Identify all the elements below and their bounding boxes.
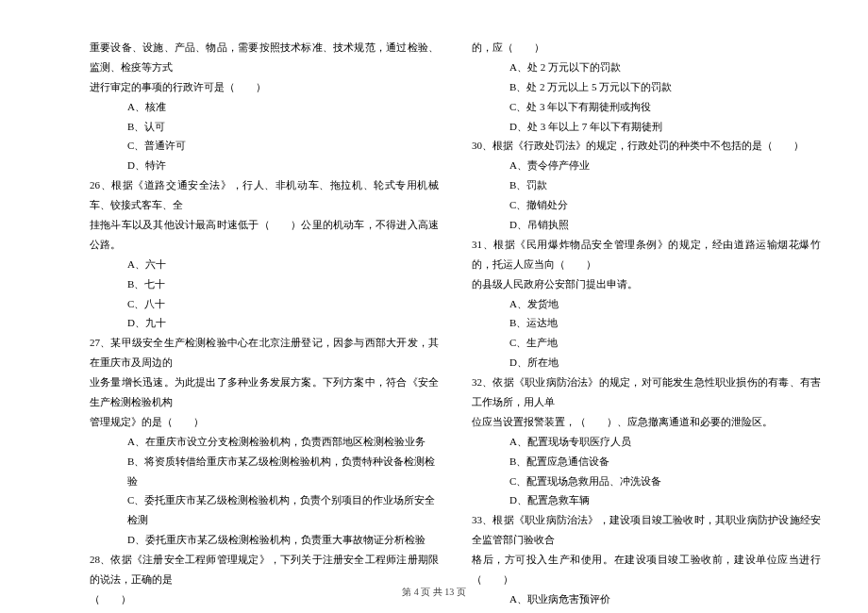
q32-option-c: C、配置现场急救用品、冲洗设备 — [472, 472, 821, 491]
q28-option-a: A、注册有效期为 3 年，自申请注册之日起计算 — [90, 609, 439, 613]
q28-line1: 28、依据《注册安全工程师管理规定》，下列关于注册安全工程师注册期限的说法，正确… — [90, 550, 439, 589]
intro-option-d: D、特许 — [90, 156, 439, 175]
intro-option-c: C、普通许可 — [90, 136, 439, 156]
q30-option-b: B、罚款 — [472, 175, 821, 195]
intro-option-a: A、核准 — [90, 97, 439, 117]
left-column: 重要设备、设施、产品、物品，需要按照技术标准、技术规范，通过检验、监测、检疫等方… — [90, 38, 439, 585]
q26-option-d: D、九十 — [90, 313, 439, 333]
q27-option-c: C、委托重庆市某乙级检测检验机构，负责个别项目的作业场所安全检测 — [90, 490, 439, 530]
q29-option-d: D、处 3 年以上 7 年以下有期徒刑 — [472, 117, 821, 137]
q27-option-a: A、在重庆市设立分支检测检验机构，负责西部地区检测检验业务 — [90, 432, 439, 452]
intro-option-b: B、认可 — [90, 117, 439, 137]
q32-option-a: A、配置现场专职医疗人员 — [472, 432, 821, 452]
q31-option-b: B、运达地 — [472, 313, 821, 333]
q27-line1: 27、某甲级安全生产检测检验中心在北京注册登记，因参与西部大开发，其在重庆市及周… — [90, 333, 439, 373]
q26-option-c: C、八十 — [90, 294, 439, 314]
q33-line1: 33、根据《职业病防治法》，建设项目竣工验收时，其职业病防护设施经安全监管部门验… — [472, 510, 821, 550]
q31-option-c: C、生产地 — [472, 333, 821, 353]
q29-option-b: B、处 2 万元以上 5 万元以下的罚款 — [472, 77, 821, 97]
q31-line2: 的县级人民政府公安部门提出申请。 — [472, 274, 821, 294]
q30-option-c: C、撤销处分 — [472, 195, 821, 215]
q33-option-b: B、职业病危害现状评价 — [472, 609, 821, 613]
page-footer: 第 4 页 共 13 页 — [0, 586, 868, 599]
q33-line2: 格后，方可投入生产和使用。在建设项目竣工验收前，建设单位应当进行（ ） — [472, 550, 821, 589]
q31-option-d: D、所在地 — [472, 353, 821, 373]
q30-option-a: A、责令停产停业 — [472, 156, 821, 175]
q26-option-b: B、七十 — [90, 274, 439, 294]
q32-line2: 位应当设置报警装置，（ ）、应急撤离通道和必要的泄险区。 — [472, 412, 821, 432]
q31-line1: 31、根据《民用爆炸物品安全管理条例》的规定，经由道路运输烟花爆竹的，托运人应当… — [472, 235, 821, 274]
right-column: 的，应（ ） A、处 2 万元以下的罚款 B、处 2 万元以上 5 万元以下的罚… — [472, 38, 821, 585]
q29-option-a: A、处 2 万元以下的罚款 — [472, 58, 821, 77]
page-container: 重要设备、设施、产品、物品，需要按照技术标准、技术规范，通过检验、监测、检疫等方… — [0, 0, 868, 613]
q27-option-d: D、委托重庆市某乙级检测检验机构，负责重大事故物证分析检验 — [90, 530, 439, 550]
q26-option-a: A、六十 — [90, 255, 439, 274]
q30-line1: 30、根据《行政处罚法》的规定，行政处罚的种类中不包括的是（ ） — [472, 136, 821, 156]
q26-line2: 挂拖斗车以及其他设计最高时速低于（ ）公里的机动车，不得进入高速公路。 — [90, 215, 439, 255]
q32-option-b: B、配置应急通信设备 — [472, 452, 821, 472]
intro-line2: 进行审定的事项的行政许可是（ ） — [90, 77, 439, 97]
q27-line2: 业务量增长迅速。为此提出了多种业务发展方案。下列方案中，符合《安全生产检测检验机… — [90, 373, 439, 412]
intro-line1: 重要设备、设施、产品、物品，需要按照技术标准、技术规范，通过检验、监测、检疫等方… — [90, 38, 439, 77]
q32-line1: 32、依据《职业病防治法》的规定，对可能发生急性职业损伤的有毒、有害工作场所，用… — [472, 373, 821, 412]
q29-cont: 的，应（ ） — [472, 38, 821, 58]
q27-line3: 管理规定》的是（ ） — [90, 412, 439, 432]
q29-option-c: C、处 3 年以下有期徒刑或拘役 — [472, 97, 821, 117]
q32-option-d: D、配置急救车辆 — [472, 490, 821, 510]
q30-option-d: D、吊销执照 — [472, 215, 821, 235]
q26-line1: 26、根据《道路交通安全法》，行人、非机动车、拖拉机、轮式专用机械车、铰接式客车… — [90, 175, 439, 215]
q31-option-a: A、发货地 — [472, 294, 821, 314]
q27-option-b: B、将资质转借给重庆市某乙级检测检验机构，负责特种设备检测检验 — [90, 452, 439, 491]
